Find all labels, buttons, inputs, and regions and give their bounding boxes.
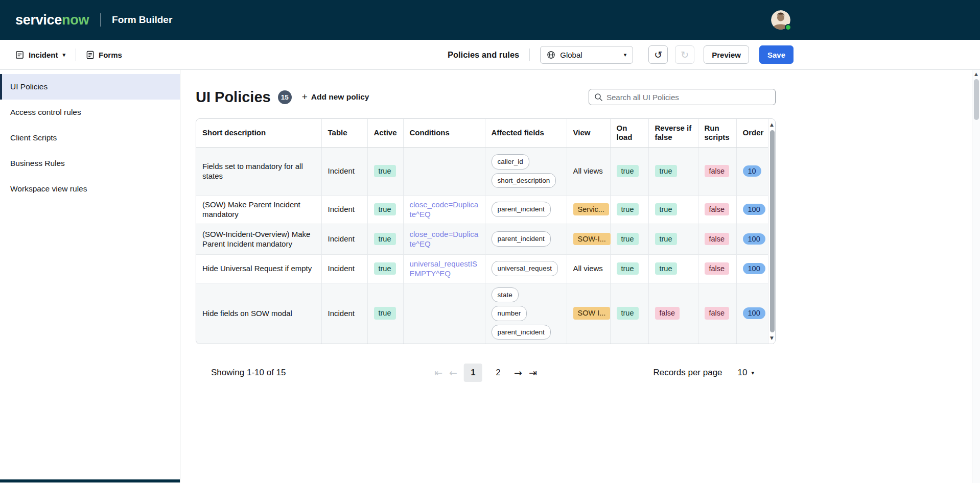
servicenow-logo: servicenow [15,12,89,28]
add-new-policy-label: Add new policy [311,92,369,102]
cell-table: Incident [321,254,367,283]
last-page-button[interactable]: ⇥ [529,367,537,378]
table-row[interactable]: Hide Universal Request if empty Incident… [196,254,768,283]
cell-on-load: true [610,195,648,224]
main-content: UI Policies 15 + Add new policy [180,70,980,482]
toolbar-divider [529,49,530,61]
scroll-up-icon[interactable]: ▲ [768,122,775,127]
field-chip: parent_incident [492,325,551,340]
on-load-badge: true [617,233,639,246]
plus-icon: + [302,91,308,103]
scroll-down-icon[interactable]: ▼ [768,335,775,341]
condition-link[interactable]: close_code=Duplicate^EQ [410,200,479,219]
reverse-badge: true [655,233,677,246]
cell-conditions [403,147,485,195]
field-chip: universal_request [492,261,558,276]
page-scrollbar[interactable]: ▲ [972,70,980,483]
on-load-badge: true [617,307,639,320]
order-badge: 100 [743,263,765,275]
preview-button[interactable]: Preview [704,45,749,64]
record-type-menu[interactable]: Incident ▾ [15,51,65,59]
toolbar-divider [76,49,76,61]
column-header-run-scripts: Run scripts [698,119,736,147]
column-header-view: View [567,119,610,147]
forms-button[interactable]: Forms [86,51,122,59]
undo-button[interactable]: ↺ [648,45,668,64]
cell-reverse-if-false: true [648,147,698,195]
condition-link[interactable]: close_code=Duplicate^EQ [410,230,479,249]
save-button[interactable]: Save [759,45,794,64]
cell-reverse-if-false: true [648,224,698,254]
cell-view: SOW-I... [567,224,610,254]
ui-policies-table: Short description Table Active Condition… [196,118,776,344]
cell-run-scripts: false [698,147,736,195]
sidebar-item-client-scripts[interactable]: Client Scripts [0,125,180,151]
column-header-conditions: Conditions [403,119,485,147]
active-badge: true [374,307,396,320]
next-page-button[interactable]: → [514,367,522,378]
view-value: All views [573,166,603,175]
table-scrollbar[interactable]: ▲ ▼ [768,119,775,344]
cell-order: 10 [736,147,768,195]
cell-table: Incident [321,224,367,254]
column-header-table: Table [321,119,367,147]
sidebar-item-business-rules[interactable]: Business Rules [0,151,180,176]
scope-value: Global [560,51,582,59]
order-badge: 100 [743,204,765,215]
cell-run-scripts: false [698,254,736,283]
view-value: All views [573,264,603,273]
page-2-button[interactable]: 2 [489,364,507,382]
cell-order: 100 [736,195,768,224]
cell-affected-fields: state number parent_incident [485,283,567,344]
scroll-up-icon[interactable]: ▲ [972,71,980,77]
scope-select[interactable]: Global ▾ [540,46,633,64]
undo-icon: ↺ [654,49,662,60]
order-badge: 100 [743,307,765,319]
cell-conditions: close_code=Duplicate^EQ [403,224,485,254]
reverse-badge: true [655,203,677,216]
search-box [589,89,776,105]
table-scrollbar-thumb[interactable] [770,130,775,332]
cell-table: Incident [321,195,367,224]
online-status-dot [785,24,791,31]
cell-conditions [403,283,485,344]
chevron-down-icon: ▾ [751,370,754,376]
user-avatar[interactable] [771,10,790,30]
sidebar-item-workspace-view-rules[interactable]: Workspace view rules [0,176,180,202]
cell-on-load: true [610,283,648,344]
cell-order: 100 [736,254,768,283]
add-new-policy-button[interactable]: + Add new policy [302,91,369,103]
cell-reverse-if-false: true [648,195,698,224]
app-header: servicenow Form Builder [0,0,980,40]
sidebar-item-ui-policies[interactable]: UI Policies [0,74,180,100]
title-row: UI Policies 15 + Add new policy [196,86,776,108]
table-header-row: Short description Table Active Condition… [196,119,768,147]
field-chip: parent_incident [492,231,551,247]
active-badge: true [374,262,396,275]
prev-page-button[interactable]: ← [449,367,457,378]
app-title: Form Builder [112,14,172,26]
table-row[interactable]: Fields set to mandatory for all states I… [196,147,768,195]
cell-short-description: (SOW) Make Parent Incident mandatory [196,195,321,224]
records-per-page-select[interactable]: 10 ▾ [738,368,754,378]
condition-link[interactable]: universal_requestISEMPTY^EQ [410,259,478,278]
logo-service-text: service [15,12,62,28]
records-per-page-label: Records per page [653,368,722,378]
reverse-badge: true [655,165,677,178]
search-icon [594,93,602,101]
redo-button[interactable]: ↻ [675,45,694,64]
redo-icon: ↻ [681,49,689,60]
table-row[interactable]: (SOW) Make Parent Incident mandatory Inc… [196,195,768,224]
sidebar-item-access-control-rules[interactable]: Access control rules [0,100,180,125]
table-row[interactable]: Hide fields on SOW modal Incident true s… [196,283,768,344]
column-header-short-description: Short description [196,119,321,147]
view-badge: SOW-I... [573,233,611,246]
page-1-button[interactable]: 1 [464,364,482,382]
first-page-button[interactable]: ⇤ [434,367,442,378]
search-input[interactable] [606,93,770,102]
page-scrollbar-thumb[interactable] [974,79,979,120]
cell-order: 100 [736,224,768,254]
active-badge: true [374,165,396,178]
cell-active: true [367,195,403,224]
table-row[interactable]: (SOW-Incident-Overview) Make Parent Inci… [196,224,768,254]
